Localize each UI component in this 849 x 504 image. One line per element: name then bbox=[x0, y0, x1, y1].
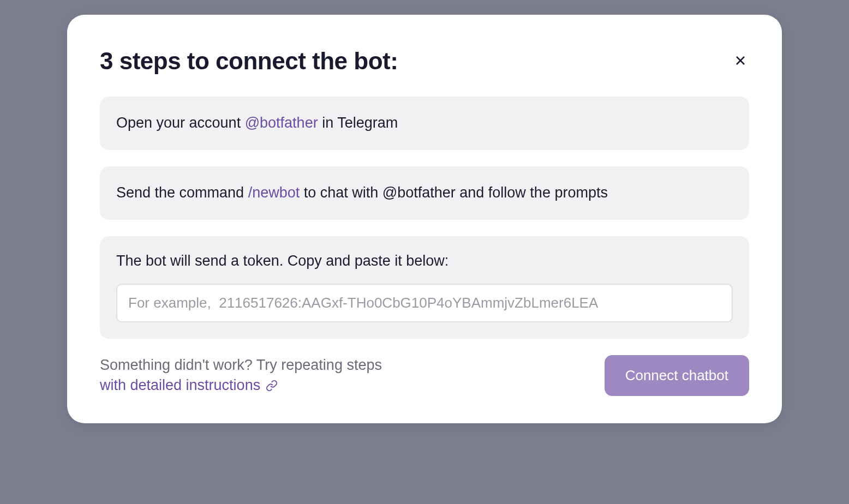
help-prefix: Something didn't work? Try repeating ste… bbox=[100, 357, 382, 373]
close-button[interactable] bbox=[732, 52, 749, 69]
modal-footer: Something didn't work? Try repeating ste… bbox=[100, 355, 749, 397]
step-2-prefix: Send the command bbox=[116, 184, 248, 201]
modal-header: 3 steps to connect the bot: bbox=[100, 47, 749, 75]
connect-bot-modal: 3 steps to connect the bot: Open your ac… bbox=[67, 15, 782, 423]
link-icon bbox=[266, 380, 278, 392]
step-1-box: Open your account @botfather in Telegram bbox=[100, 97, 749, 150]
step-1-highlight[interactable]: @botfather bbox=[245, 115, 318, 131]
help-link-text: with detailed instructions bbox=[100, 375, 260, 396]
step-2-box: Send the command /newbot to chat with @b… bbox=[100, 166, 749, 220]
close-icon bbox=[734, 54, 747, 67]
step-2-highlight: /newbot bbox=[248, 184, 300, 201]
help-text: Something didn't work? Try repeating ste… bbox=[100, 355, 382, 397]
step-2-suffix: to chat with @botfather and follow the p… bbox=[300, 184, 608, 201]
step-3-box: The bot will send a token. Copy and past… bbox=[100, 236, 749, 339]
detailed-instructions-link[interactable]: with detailed instructions bbox=[100, 375, 278, 396]
step-1-suffix: in Telegram bbox=[318, 115, 398, 131]
modal-title: 3 steps to connect the bot: bbox=[100, 47, 398, 75]
connect-chatbot-button[interactable]: Connect chatbot bbox=[605, 355, 749, 396]
step-1-prefix: Open your account bbox=[116, 115, 245, 131]
token-input[interactable] bbox=[116, 284, 733, 322]
step-3-text: The bot will send a token. Copy and past… bbox=[116, 253, 733, 269]
